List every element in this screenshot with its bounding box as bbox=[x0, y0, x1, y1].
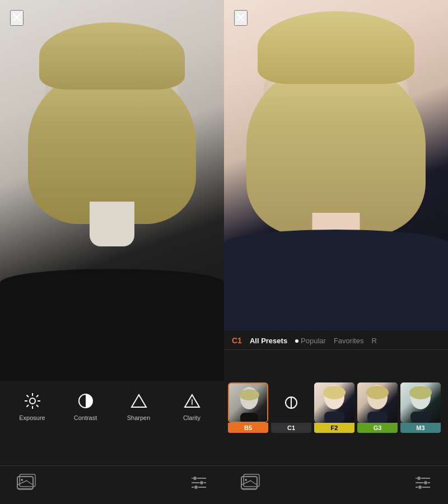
sharpen-tool[interactable]: Sharpen bbox=[119, 391, 158, 421]
presets-tabs: C1 All Presets Popular Favorites R bbox=[224, 330, 448, 350]
left-photo-preview bbox=[0, 0, 224, 381]
left-close-button[interactable]: ✕ bbox=[10, 10, 24, 26]
right-shirt bbox=[224, 230, 448, 330]
close-x-icon-right: ✕ bbox=[235, 10, 246, 25]
shirt bbox=[0, 269, 224, 381]
right-photo-preview bbox=[224, 0, 448, 330]
preset-c1-current-icon bbox=[283, 394, 300, 411]
preset-f2[interactable]: F2 bbox=[314, 382, 355, 433]
sharpen-icon-wrap bbox=[129, 391, 149, 411]
preset-g3-thumb bbox=[357, 382, 398, 423]
right-hair-sides bbox=[246, 62, 426, 235]
tab-r[interactable]: R bbox=[371, 337, 376, 345]
exposure-label: Exposure bbox=[19, 414, 45, 421]
preset-c1-img bbox=[271, 382, 311, 423]
svg-line-49 bbox=[250, 480, 257, 485]
edit-tools-row: Exposure Contrast Sha bbox=[0, 381, 224, 428]
preset-m3-preview bbox=[400, 382, 441, 423]
exposure-icon-wrap bbox=[22, 391, 43, 411]
tab-popular[interactable]: Popular bbox=[295, 337, 326, 345]
svg-point-56 bbox=[424, 481, 428, 485]
svg-rect-19 bbox=[18, 489, 32, 490]
tab-all-presets[interactable]: All Presets bbox=[250, 337, 287, 345]
svg-point-23 bbox=[193, 477, 197, 480]
preset-g3-img bbox=[357, 382, 398, 423]
sliders-icon-right bbox=[414, 474, 431, 490]
gallery-icon-right bbox=[241, 474, 260, 491]
preset-c1[interactable]: C1 bbox=[270, 382, 312, 433]
preset-b5[interactable]: B5 bbox=[227, 382, 269, 433]
popular-dot bbox=[295, 339, 298, 343]
svg-point-47 bbox=[245, 479, 247, 481]
preset-g3-preview bbox=[357, 382, 398, 423]
preset-b5-label: B5 bbox=[228, 423, 268, 433]
svg-point-28 bbox=[239, 389, 259, 400]
svg-rect-51 bbox=[242, 489, 256, 490]
svg-point-55 bbox=[417, 477, 421, 480]
hair-top bbox=[39, 22, 185, 90]
svg-line-48 bbox=[241, 480, 251, 485]
svg-line-16 bbox=[17, 480, 27, 485]
preset-g3[interactable]: G3 bbox=[357, 382, 398, 433]
sliders-button-right[interactable] bbox=[414, 474, 431, 492]
svg-point-15 bbox=[21, 479, 23, 481]
preset-f2-thumb bbox=[314, 382, 354, 423]
right-bottom-bar bbox=[224, 465, 448, 504]
neck bbox=[90, 202, 134, 246]
sliders-icon-left bbox=[190, 474, 207, 490]
clarity-tool[interactable]: Clarity bbox=[172, 391, 212, 421]
svg-point-0 bbox=[30, 398, 35, 404]
presets-scroll: B5 C1 bbox=[224, 350, 448, 465]
triangle-outline-icon bbox=[184, 393, 200, 409]
preset-m3[interactable]: M3 bbox=[400, 382, 441, 433]
exposure-tool[interactable]: Exposure bbox=[13, 391, 52, 421]
svg-point-35 bbox=[323, 386, 346, 399]
sun-icon bbox=[24, 392, 41, 410]
svg-line-6 bbox=[36, 405, 39, 407]
preset-c1-thumb bbox=[271, 382, 311, 423]
svg-rect-50 bbox=[241, 488, 257, 489]
gallery-icon-left bbox=[17, 474, 36, 491]
contrast-tool[interactable]: Contrast bbox=[66, 391, 105, 421]
preset-f2-preview bbox=[314, 382, 354, 423]
svg-rect-44 bbox=[410, 412, 431, 423]
svg-rect-36 bbox=[324, 412, 344, 423]
svg-line-5 bbox=[26, 395, 29, 398]
svg-point-25 bbox=[194, 486, 198, 489]
preset-m3-img bbox=[400, 382, 441, 423]
left-toolbar: Exposure Contrast Sha bbox=[0, 381, 224, 504]
preset-m3-thumb bbox=[400, 382, 441, 423]
gallery-button-left[interactable] bbox=[17, 474, 36, 493]
hair-sides bbox=[28, 67, 196, 224]
preset-b5-img bbox=[229, 384, 267, 422]
svg-rect-40 bbox=[367, 412, 388, 423]
right-close-button[interactable]: ✕ bbox=[234, 10, 248, 26]
svg-point-24 bbox=[200, 481, 204, 485]
clarity-label: Clarity bbox=[183, 414, 200, 421]
tab-favorites[interactable]: Favorites bbox=[334, 337, 363, 345]
preset-m3-label: M3 bbox=[400, 423, 441, 433]
sliders-button-left[interactable] bbox=[190, 474, 207, 492]
contrast-icon bbox=[77, 393, 94, 409]
preset-b5-thumb bbox=[228, 382, 268, 423]
right-hair-top bbox=[258, 11, 414, 84]
contrast-label: Contrast bbox=[74, 414, 97, 421]
svg-rect-18 bbox=[17, 488, 33, 489]
preset-f2-label: F2 bbox=[314, 423, 354, 433]
svg-point-57 bbox=[418, 486, 422, 489]
preset-b5-preview bbox=[229, 384, 268, 423]
svg-marker-10 bbox=[132, 395, 146, 407]
gallery-button-right[interactable] bbox=[241, 474, 260, 493]
contrast-icon-wrap bbox=[76, 391, 96, 411]
preset-c1-label: C1 bbox=[271, 423, 311, 433]
popular-tab-label: Popular bbox=[301, 337, 326, 345]
left-bottom-bar bbox=[0, 465, 224, 504]
svg-line-7 bbox=[36, 395, 39, 398]
tab-c1[interactable]: C1 bbox=[232, 336, 242, 345]
all-presets-tab-label: All Presets bbox=[250, 337, 287, 345]
c1-tab-label: C1 bbox=[232, 336, 242, 345]
presets-section: C1 All Presets Popular Favorites R bbox=[224, 330, 448, 504]
close-x-icon: ✕ bbox=[11, 10, 22, 25]
preset-f2-img bbox=[314, 382, 354, 423]
clarity-icon-wrap bbox=[182, 391, 202, 411]
